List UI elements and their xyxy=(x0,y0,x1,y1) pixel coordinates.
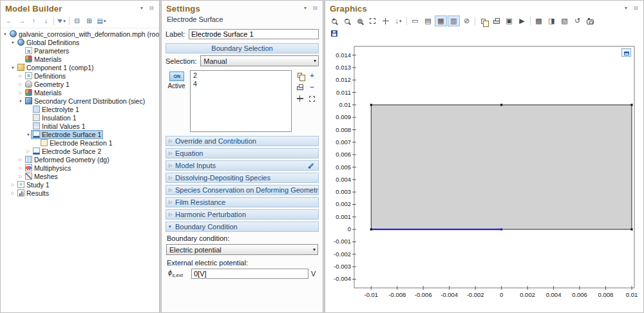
tree-item-electrolyte-1[interactable]: Electrolyte 1 xyxy=(1,105,159,113)
vertex-point[interactable] xyxy=(630,104,632,106)
tree-item-electrode-surface-2[interactable]: ▷Electrode Surface 2 xyxy=(1,147,159,155)
selection-dropdown[interactable]: Manual xyxy=(200,55,319,66)
tree-item-galvanic-corrosion-with-deformation-mph-root[interactable]: ▾galvanic_corrosion_with_deformation.mph… xyxy=(1,30,159,38)
tree-item-study-1[interactable]: ▷Study 1 xyxy=(1,180,159,189)
animation-button[interactable]: ▶ xyxy=(516,15,528,26)
tree-item-definitions[interactable]: ▷Definitions xyxy=(1,71,159,80)
boundary-selection-list[interactable]: 24 xyxy=(190,70,292,132)
collapsed-arrow-icon[interactable]: ▷ xyxy=(17,174,24,179)
expanded-arrow-icon[interactable]: ▾ xyxy=(10,65,16,70)
go-to-default-view-button[interactable]: ↓▾ xyxy=(392,15,404,26)
tree-item-initial-values-1[interactable]: Initial Values 1 xyxy=(1,122,159,130)
tree-item-materials[interactable]: ▷Materials xyxy=(1,88,159,97)
tree-options-button[interactable]: ▤▾ xyxy=(95,15,108,26)
scene-settings-button[interactable]: ▩ xyxy=(533,15,545,26)
tree-item-electrode-reaction-1[interactable]: Electrode Reaction 1 xyxy=(1,138,159,147)
geometry-domain[interactable] xyxy=(371,105,632,229)
snapshot-button[interactable] xyxy=(584,15,596,26)
section-film-resistance[interactable]: Film Resistance xyxy=(166,197,319,207)
forward-button[interactable]: → xyxy=(15,15,28,26)
image-settings-button[interactable]: ▤ xyxy=(422,15,434,26)
collapsed-arrow-icon[interactable]: ▷ xyxy=(17,90,24,95)
zoom-in-button[interactable] xyxy=(328,15,340,26)
panel-menu-button[interactable]: ▾ xyxy=(621,4,630,13)
collapsed-arrow-icon[interactable]: ▷ xyxy=(17,157,24,162)
vertex-point[interactable] xyxy=(370,229,372,231)
hide-selection-button[interactable]: ⊘ xyxy=(460,15,473,26)
print-button[interactable] xyxy=(490,15,502,26)
export-image-button[interactable]: ▣ xyxy=(503,15,515,26)
tree-item-electrode-surface-1[interactable]: ▾Electrode Surface 1 xyxy=(1,130,159,138)
zoom-to-selection-button[interactable] xyxy=(294,93,305,104)
expanded-arrow-icon[interactable]: ▾ xyxy=(2,32,8,37)
section-override-and-contribution[interactable]: Override and Contribution xyxy=(166,136,319,146)
panel-dock-button[interactable]: ⊟ xyxy=(631,4,640,13)
zoom-to-selection-button[interactable] xyxy=(379,15,392,26)
copy-image-button[interactable] xyxy=(477,15,489,26)
add-to-selection-button[interactable]: + xyxy=(307,70,317,81)
section-harmonic-perturbation[interactable]: Harmonic Perturbation xyxy=(166,209,319,220)
collapsed-arrow-icon[interactable]: ▷ xyxy=(25,149,32,154)
section-equation[interactable]: Equation xyxy=(166,148,319,158)
save-image-button[interactable] xyxy=(328,28,340,39)
plot-maximize-button[interactable] xyxy=(621,48,631,57)
tree-item-results[interactable]: ▷Results xyxy=(1,189,159,197)
vertex-point[interactable] xyxy=(500,104,502,106)
panel-menu-button[interactable]: ▾ xyxy=(137,4,146,13)
boundary-condition-dropdown[interactable]: Electric potential xyxy=(166,244,318,255)
section-model-inputs[interactable]: Model Inputs xyxy=(166,160,319,171)
expanded-arrow-icon[interactable]: ▾ xyxy=(10,40,16,45)
zoom-out-button[interactable] xyxy=(341,15,353,26)
collapsed-arrow-icon[interactable]: ▷ xyxy=(17,82,24,87)
collapsed-arrow-icon[interactable]: ▷ xyxy=(10,191,16,196)
tree-item-parameters[interactable]: Parameters xyxy=(1,46,159,55)
tree-item-materials[interactable]: Materials xyxy=(1,55,159,63)
tree-item-deformed-geometry-dg[interactable]: ▷Deformed Geometry (dg) xyxy=(1,155,159,164)
collapse-all-button[interactable]: ⊟ xyxy=(71,15,83,26)
section-boundary-condition[interactable]: Boundary Condition xyxy=(166,222,319,232)
select-mode-button[interactable]: ▭ xyxy=(409,15,421,26)
copy-selection-button[interactable] xyxy=(294,70,305,81)
panel-dock-button[interactable]: ⊟ xyxy=(147,4,156,13)
panel-menu-button[interactable]: ▾ xyxy=(301,4,310,13)
back-button[interactable]: ← xyxy=(3,15,15,26)
vertex-point[interactable] xyxy=(630,229,632,231)
external-potential-input[interactable] xyxy=(191,269,308,279)
filter-button[interactable]: ▾ xyxy=(55,15,68,26)
edit-pencil-icon[interactable] xyxy=(308,162,314,168)
transparency-button[interactable]: ◨ xyxy=(545,15,558,26)
zoom-extents-button[interactable] xyxy=(366,15,379,26)
expanded-arrow-icon[interactable]: ▾ xyxy=(25,132,32,137)
zoom-box-button[interactable] xyxy=(354,15,366,26)
move-down-button[interactable]: ↓ xyxy=(40,15,52,26)
tree-item-component-1-comp1[interactable]: ▾Component 1 (comp1) xyxy=(1,63,159,71)
tree-item-meshes[interactable]: ▷Meshes xyxy=(1,172,159,180)
show-grid-button[interactable]: ▦ xyxy=(435,15,447,26)
remove-from-selection-button[interactable]: − xyxy=(307,82,317,92)
active-toggle-button[interactable]: ON xyxy=(169,71,184,81)
plot-svg[interactable]: -0.01-0.008-0.006-0.004-0.00200.0020.004… xyxy=(328,41,640,305)
clear-selection-button[interactable] xyxy=(307,93,317,104)
selection-list-item[interactable]: 4 xyxy=(191,79,291,88)
section-species-conservation-on-deforming-geometry[interactable]: Species Conservation on Deforming Geomet… xyxy=(166,185,319,195)
collapsed-arrow-icon[interactable]: ▷ xyxy=(17,73,24,79)
expanded-arrow-icon[interactable]: ▾ xyxy=(17,99,24,104)
collapsed-arrow-icon[interactable]: ▷ xyxy=(10,182,16,187)
section-dissolving-depositing-species[interactable]: Dissolving-Depositing Species xyxy=(166,173,319,183)
tree-item-secondary-current-distribution-siec[interactable]: ▾Secondary Current Distribution (siec) xyxy=(1,97,159,105)
expand-all-button[interactable]: ⊞ xyxy=(83,15,95,26)
undo-button[interactable]: ↺ xyxy=(571,15,583,26)
paste-selection-button[interactable] xyxy=(294,82,305,92)
label-input[interactable] xyxy=(189,29,319,39)
vertex-point[interactable] xyxy=(500,229,502,231)
collapsed-arrow-icon[interactable]: ▷ xyxy=(17,166,24,171)
selection-list-item[interactable]: 2 xyxy=(191,71,291,79)
move-up-button[interactable]: ↑ xyxy=(28,15,40,26)
tree-item-multiphysics[interactable]: ▷Multiphysics xyxy=(1,164,159,172)
tree-item-geometry-1[interactable]: ▷Geometry 1 xyxy=(1,80,159,88)
show-axes-button[interactable]: ▥ xyxy=(448,15,460,26)
plot-settings-button[interactable]: ▧ xyxy=(558,15,571,26)
vertex-point[interactable] xyxy=(370,104,372,106)
panel-dock-button[interactable]: ⊟ xyxy=(310,4,319,13)
tree-item-global-definitions[interactable]: ▾Global Definitions xyxy=(1,38,159,46)
